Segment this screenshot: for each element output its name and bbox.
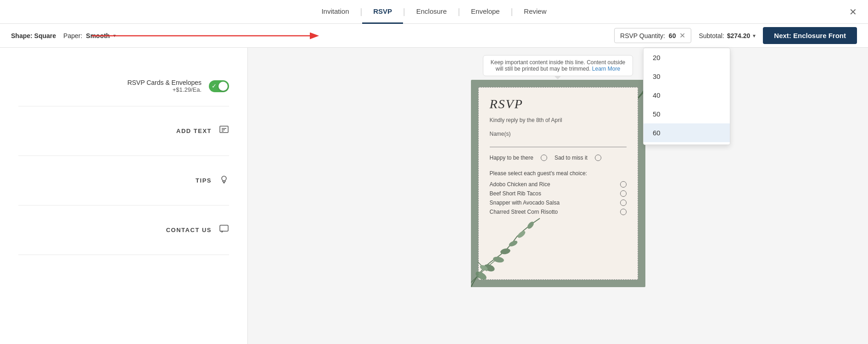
- meal-radio-1[interactable]: [620, 181, 627, 188]
- tab-invitation[interactable]: Invitation: [310, 0, 360, 24]
- tab-envelope[interactable]: Envelope: [460, 0, 511, 24]
- tips-section: TIPS: [18, 156, 229, 205]
- dropdown-item-60[interactable]: 60: [644, 123, 730, 142]
- rsvp-quantity-selector[interactable]: RSVP Quantity: 60 ✕: [614, 28, 691, 43]
- next-button[interactable]: Next: Enclosure Front: [763, 27, 857, 44]
- rsvp-card-wrapper: RSVP Kindly reply by the 8th of April Na…: [471, 80, 645, 287]
- dropdown-item-20[interactable]: 20: [644, 48, 730, 67]
- nav-tabs: Invitation | RSVP | Enclosure | Envelope…: [310, 0, 557, 24]
- rsvp-toggle-section: RSVP Cards & Envelopes +$1.29/Ea. ✓: [18, 62, 229, 106]
- sad-radio[interactable]: [595, 155, 601, 161]
- dropdown-item-50[interactable]: 50: [644, 105, 730, 123]
- add-text-row: ADD TEXT: [18, 116, 229, 146]
- tab-review[interactable]: Review: [513, 0, 557, 24]
- chat-icon[interactable]: [219, 224, 229, 236]
- text-edit-icon[interactable]: [219, 125, 229, 137]
- content-safety-note: Keep important content inside this line.…: [483, 55, 633, 76]
- eucalyptus-bottom-decoration: [471, 214, 544, 287]
- contact-us-row: CONTACT US: [18, 215, 229, 245]
- rsvp-toggle-label: RSVP Cards & Envelopes +$1.29/Ea.: [127, 79, 202, 93]
- add-text-section: ADD TEXT: [18, 106, 229, 156]
- rsvp-meal-prompt: Please select each guest's meal choice:: [490, 170, 627, 177]
- main-content: RSVP Cards & Envelopes +$1.29/Ea. ✓ ADD …: [0, 48, 868, 344]
- svg-rect-9: [220, 225, 228, 231]
- tips-row: TIPS: [18, 165, 229, 196]
- tips-label: TIPS: [196, 177, 212, 184]
- subtotal-chevron-icon: ▾: [753, 33, 756, 39]
- lightbulb-icon[interactable]: [219, 174, 229, 187]
- shape-label: Shape: Square: [11, 32, 56, 39]
- rsvp-card-outer: RSVP Kindly reply by the 8th of April Na…: [471, 80, 645, 287]
- tab-enclosure[interactable]: Enclosure: [405, 0, 458, 24]
- add-text-label: ADD TEXT: [176, 128, 212, 134]
- tab-rsvp[interactable]: RSVP: [362, 0, 403, 24]
- rsvp-reply-text: Kindly reply by the 8th of April: [490, 117, 627, 123]
- dropdown-item-40[interactable]: 40: [644, 86, 730, 105]
- sidebar: RSVP Cards & Envelopes +$1.29/Ea. ✓ ADD …: [0, 48, 248, 344]
- svg-point-23: [493, 256, 504, 263]
- meal-radio-4[interactable]: [620, 209, 627, 215]
- dropdown-item-70[interactable]: 70: [644, 142, 730, 144]
- rsvp-toggle-switch[interactable]: ✓: [209, 80, 229, 92]
- toolbar-right: RSVP Quantity: 60 ✕ Subtotal: $274.20 ▾ …: [614, 27, 857, 44]
- rsvp-toggle-row: RSVP Cards & Envelopes +$1.29/Ea. ✓: [18, 72, 229, 97]
- top-navigation: Invitation | RSVP | Enclosure | Envelope…: [0, 0, 868, 24]
- contact-us-label: CONTACT US: [166, 227, 212, 233]
- close-button[interactable]: ✕: [849, 6, 857, 17]
- dropdown-list: 20 30 40 50 60 70: [644, 48, 730, 144]
- quantity-close-icon[interactable]: ✕: [679, 31, 685, 40]
- svg-point-6: [222, 176, 226, 181]
- rsvp-attendance-row: Happy to be there Sad to miss it: [490, 155, 627, 161]
- dropdown-item-30[interactable]: 30: [644, 67, 730, 86]
- sad-label: Sad to miss it: [554, 155, 588, 161]
- meal-option-2: Beef Short Rib Tacos: [490, 190, 627, 197]
- toolbar: Shape: Square Paper: Smooth ▾ RSVP Quant…: [0, 24, 868, 48]
- rsvp-names-input-line: [490, 139, 627, 147]
- svg-rect-2: [220, 126, 228, 133]
- meal-option-3: Snapper with Avocado Salsa: [490, 200, 627, 206]
- subtotal-display[interactable]: Subtotal: $274.20 ▾: [699, 32, 756, 39]
- quantity-dropdown[interactable]: 20 30 40 50 60 70: [643, 48, 730, 145]
- svg-point-26: [516, 230, 526, 239]
- red-arrow: [92, 29, 321, 43]
- learn-more-link[interactable]: Learn More: [592, 66, 620, 72]
- rsvp-names-label: Name(s): [490, 131, 627, 137]
- canvas-area: Keep important content inside this line.…: [248, 48, 868, 344]
- rsvp-card-title: RSVP: [490, 97, 627, 111]
- happy-label: Happy to be there: [490, 155, 533, 161]
- meal-radio-2[interactable]: [620, 190, 627, 197]
- toggle-check-icon: ✓: [212, 83, 217, 89]
- svg-point-27: [526, 221, 535, 230]
- happy-radio[interactable]: [541, 155, 547, 161]
- meal-radio-3[interactable]: [620, 200, 627, 206]
- contact-us-section: CONTACT US: [18, 205, 229, 255]
- meal-option-1: Adobo Chicken and Rice: [490, 181, 627, 188]
